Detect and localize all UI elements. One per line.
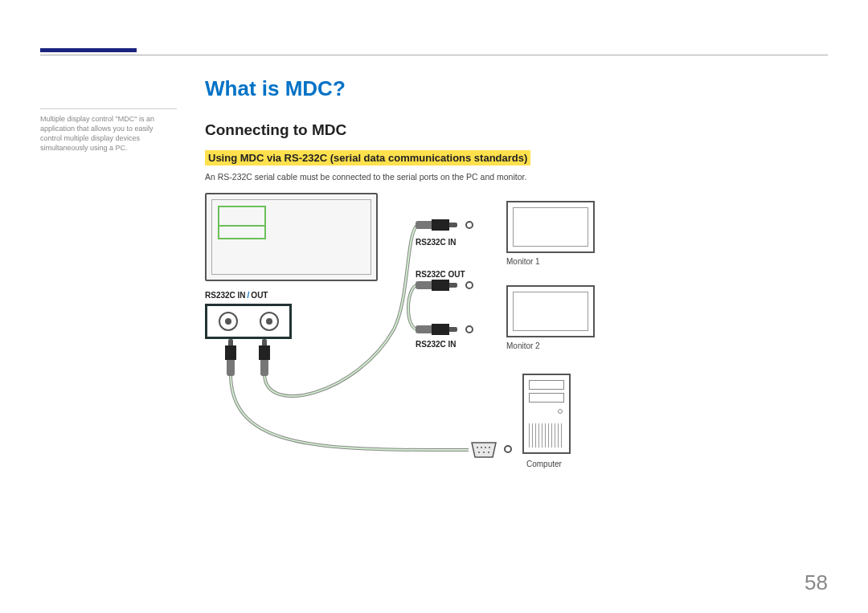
monitor-1-label: Monitor 1: [506, 257, 540, 266]
section-heading: Connecting to MDC: [205, 121, 828, 139]
monitor-icon: [506, 285, 595, 337]
plug-label-in-2: RS232C IN: [416, 340, 457, 349]
svg-point-5: [478, 452, 480, 453]
db9-connector-icon: [470, 441, 497, 459]
svg-point-1: [477, 447, 478, 448]
jack-panel-label: RS232C IN/OUT: [205, 291, 268, 300]
svg-point-4: [489, 447, 490, 448]
page-title: What is MDC?: [205, 76, 828, 101]
audio-jack-icon: [219, 312, 238, 331]
highlight-heading: Using MDC via RS-232C (serial data commu…: [205, 150, 530, 166]
rs232c-jack-panel: [205, 304, 292, 339]
margin-note: Multiple display control "MDC" is an app…: [40, 108, 177, 153]
stereo-plug-icon: [416, 219, 457, 231]
svg-point-2: [481, 447, 482, 448]
plug-label-in-1: RS232C IN: [416, 238, 457, 247]
page-number: 58: [805, 570, 828, 595]
svg-point-3: [485, 447, 486, 448]
svg-point-7: [488, 452, 489, 453]
device-rear-panel: [205, 193, 378, 281]
computer-tower-icon: [522, 374, 571, 454]
monitor-2-label: Monitor 2: [506, 341, 540, 350]
content-area: Multiple display control "MDC" is an app…: [40, 76, 828, 581]
header-rule: [40, 55, 828, 55]
jack-label-in: RS232C IN: [205, 291, 246, 300]
stereo-plug-icon: [416, 324, 457, 335]
body-paragraph: An RS-232C serial cable must be connecte…: [205, 172, 828, 182]
port-dot-icon: [465, 281, 473, 289]
plug-label-out: RS232C OUT: [416, 270, 465, 279]
connection-diagram: RS232C IN/OUT RS2: [205, 193, 719, 498]
stereo-plug-icon: [416, 280, 457, 291]
serial-port-dot-icon: [504, 445, 512, 453]
header-accent-bar: [40, 48, 137, 52]
main-column: What is MDC? Connecting to MDC Using MDC…: [205, 76, 828, 498]
stereo-plug-icon: [225, 339, 236, 376]
svg-point-6: [483, 452, 485, 453]
monitor-icon: [506, 201, 595, 253]
port-dot-icon: [465, 325, 473, 333]
port-dot-icon: [465, 221, 473, 229]
stereo-plug-icon: [259, 339, 270, 376]
jack-label-out: OUT: [251, 291, 268, 300]
audio-jack-icon: [260, 312, 279, 331]
computer-label: Computer: [526, 460, 562, 468]
svg-marker-0: [472, 443, 496, 457]
document-page: Multiple display control "MDC" is an app…: [0, 0, 868, 613]
